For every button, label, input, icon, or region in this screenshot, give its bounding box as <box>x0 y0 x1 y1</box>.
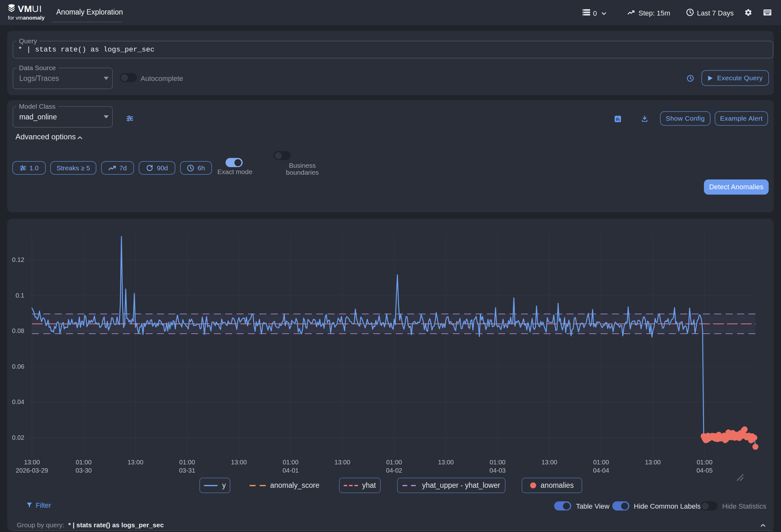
svg-text:13:00: 13:00 <box>231 459 247 466</box>
svg-text:13:00: 13:00 <box>335 459 351 466</box>
svg-text:13:00: 13:00 <box>645 459 661 466</box>
svg-text:03-31: 03-31 <box>179 467 195 474</box>
svg-text:01:00: 01:00 <box>490 459 505 466</box>
svg-text:01:00: 01:00 <box>76 459 92 466</box>
svg-text:2026-03-29: 2026-03-29 <box>16 467 48 474</box>
svg-text:03-30: 03-30 <box>76 467 92 474</box>
svg-text:01:00: 01:00 <box>697 459 712 466</box>
svg-text:13:00: 13:00 <box>438 459 454 466</box>
svg-text:0.08: 0.08 <box>12 327 24 334</box>
svg-text:13:00: 13:00 <box>127 459 143 466</box>
svg-text:0.04: 0.04 <box>12 398 24 405</box>
svg-text:0.02: 0.02 <box>12 434 24 441</box>
svg-text:01:00: 01:00 <box>593 459 609 466</box>
svg-text:04-02: 04-02 <box>386 467 402 474</box>
svg-text:01:00: 01:00 <box>179 459 195 466</box>
svg-text:04-01: 04-01 <box>282 467 298 474</box>
svg-text:01:00: 01:00 <box>283 459 298 466</box>
svg-text:13:00: 13:00 <box>541 459 557 466</box>
svg-text:13:00: 13:00 <box>24 459 40 466</box>
svg-text:04-04: 04-04 <box>593 467 609 474</box>
svg-text:04-03: 04-03 <box>489 467 505 474</box>
svg-text:04-05: 04-05 <box>696 467 712 474</box>
svg-text:0.06: 0.06 <box>12 363 24 370</box>
svg-text:0.12: 0.12 <box>12 256 24 263</box>
svg-text:01:00: 01:00 <box>386 459 402 466</box>
svg-text:0.1: 0.1 <box>15 292 24 299</box>
